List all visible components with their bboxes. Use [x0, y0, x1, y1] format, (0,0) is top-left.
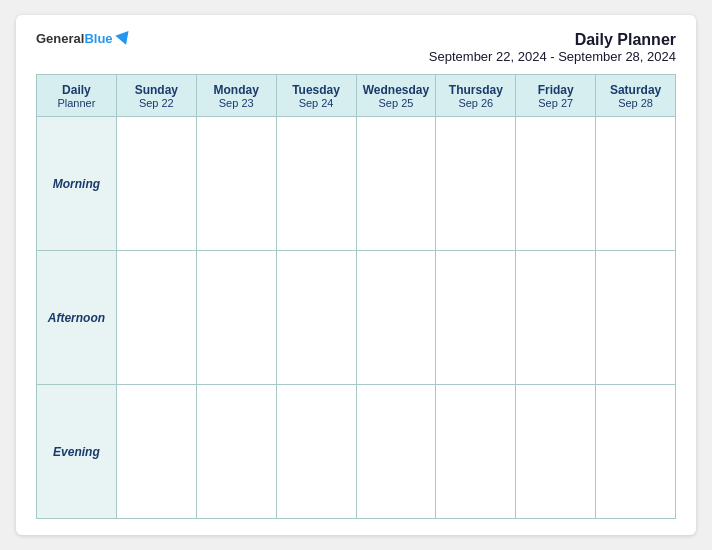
header: GeneralBlue Daily Planner September 22, …: [36, 31, 676, 64]
logo-blue: Blue: [84, 31, 112, 46]
cell-morning-wed[interactable]: [356, 117, 436, 251]
day-date-fri: Sep 27: [519, 97, 592, 109]
day-name-wed: Wednesday: [360, 83, 433, 97]
col-header-fri: Friday Sep 27: [516, 75, 596, 117]
day-date-sat: Sep 28: [599, 97, 672, 109]
label-col-line2: Planner: [40, 97, 113, 109]
row-afternoon: Afternoon: [37, 251, 676, 385]
cell-evening-mon[interactable]: [196, 385, 276, 519]
day-name-sun: Sunday: [120, 83, 193, 97]
day-name-thu: Thursday: [439, 83, 512, 97]
col-header-sun: Sunday Sep 22: [116, 75, 196, 117]
cell-afternoon-mon[interactable]: [196, 251, 276, 385]
day-name-mon: Monday: [200, 83, 273, 97]
col-header-tue: Tuesday Sep 24: [276, 75, 356, 117]
cell-evening-fri[interactable]: [516, 385, 596, 519]
header-row: Daily Planner Sunday Sep 22 Monday Sep 2…: [37, 75, 676, 117]
page: GeneralBlue Daily Planner September 22, …: [16, 15, 696, 535]
cell-morning-sun[interactable]: [116, 117, 196, 251]
col-header-sat: Saturday Sep 28: [596, 75, 676, 117]
cell-morning-mon[interactable]: [196, 117, 276, 251]
logo-area: GeneralBlue: [36, 31, 131, 47]
row-evening: Evening: [37, 385, 676, 519]
logo-general: General: [36, 31, 84, 46]
day-date-sun: Sep 22: [120, 97, 193, 109]
day-name-sat: Saturday: [599, 83, 672, 97]
day-name-tue: Tuesday: [280, 83, 353, 97]
logo-text: GeneralBlue: [36, 31, 113, 47]
cell-evening-sun[interactable]: [116, 385, 196, 519]
planner-subtitle: September 22, 2024 - September 28, 2024: [429, 49, 676, 64]
day-date-tue: Sep 24: [280, 97, 353, 109]
cell-evening-thu[interactable]: [436, 385, 516, 519]
cell-evening-wed[interactable]: [356, 385, 436, 519]
col-header-wed: Wednesday Sep 25: [356, 75, 436, 117]
row-label-afternoon: Afternoon: [37, 251, 117, 385]
cell-evening-tue[interactable]: [276, 385, 356, 519]
row-label-morning: Morning: [37, 117, 117, 251]
cell-afternoon-fri[interactable]: [516, 251, 596, 385]
title-area: Daily Planner September 22, 2024 - Septe…: [429, 31, 676, 64]
logo-triangle-icon: [115, 31, 132, 47]
cell-afternoon-tue[interactable]: [276, 251, 356, 385]
row-label-evening: Evening: [37, 385, 117, 519]
day-date-mon: Sep 23: [200, 97, 273, 109]
cell-afternoon-sat[interactable]: [596, 251, 676, 385]
cell-afternoon-thu[interactable]: [436, 251, 516, 385]
day-date-wed: Sep 25: [360, 97, 433, 109]
day-name-fri: Friday: [519, 83, 592, 97]
cell-afternoon-wed[interactable]: [356, 251, 436, 385]
col-header-mon: Monday Sep 23: [196, 75, 276, 117]
cell-morning-sat[interactable]: [596, 117, 676, 251]
label-col-line1: Daily: [40, 83, 113, 97]
calendar-table: Daily Planner Sunday Sep 22 Monday Sep 2…: [36, 74, 676, 519]
col-header-label: Daily Planner: [37, 75, 117, 117]
cell-morning-fri[interactable]: [516, 117, 596, 251]
row-morning: Morning: [37, 117, 676, 251]
planner-title: Daily Planner: [429, 31, 676, 49]
cell-afternoon-sun[interactable]: [116, 251, 196, 385]
col-header-thu: Thursday Sep 26: [436, 75, 516, 117]
cell-morning-tue[interactable]: [276, 117, 356, 251]
cell-morning-thu[interactable]: [436, 117, 516, 251]
day-date-thu: Sep 26: [439, 97, 512, 109]
cell-evening-sat[interactable]: [596, 385, 676, 519]
